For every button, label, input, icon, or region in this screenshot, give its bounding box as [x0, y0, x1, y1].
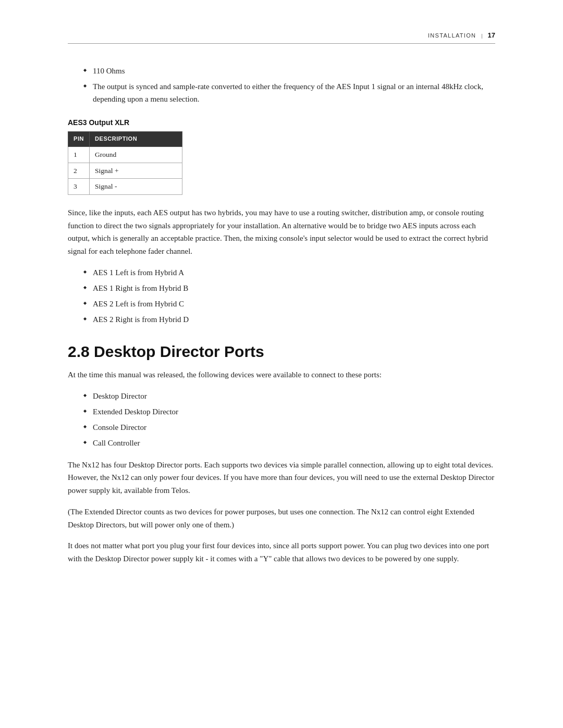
- description-cell: Ground: [90, 146, 182, 163]
- list-item: AES 1 Left is from Hybrid A: [83, 266, 495, 279]
- table-header-row: PIN DESCRIPTION: [68, 132, 182, 147]
- page: Installation | 17 110 Ohms The output is…: [0, 0, 563, 728]
- paragraph-routing: Since, like the inputs, each AES output …: [68, 206, 495, 258]
- paragraph-extended-director: (The Extended Director counts as two dev…: [68, 505, 495, 532]
- header-section-label: Installation: [428, 32, 476, 39]
- pin-cell: 1: [68, 146, 90, 163]
- table-row: 3Signal -: [68, 179, 182, 195]
- list-item: Desktop Director: [83, 390, 495, 402]
- table-row: 2Signal +: [68, 163, 182, 179]
- top-bullet-list: 110 Ohms The output is synced and sample…: [83, 65, 495, 105]
- devices-bullet-list: Desktop Director Extended Desktop Direct…: [83, 390, 495, 449]
- list-item: Extended Desktop Director: [83, 405, 495, 418]
- header-divider: |: [481, 32, 482, 39]
- col-pin-header: PIN: [68, 132, 90, 147]
- description-cell: Signal -: [90, 179, 182, 195]
- paragraph-intro: At the time this manual was released, th…: [68, 368, 495, 381]
- pin-cell: 3: [68, 179, 90, 195]
- main-content: 110 Ohms The output is synced and sample…: [68, 65, 495, 565]
- list-item: AES 1 Right is from Hybrid B: [83, 282, 495, 294]
- aes3-table-section: AES3 Output XLR PIN DESCRIPTION 1Ground2…: [68, 117, 495, 195]
- list-item: AES 2 Right is from Hybrid D: [83, 313, 495, 326]
- table-row: 1Ground: [68, 146, 182, 163]
- paragraph-port-power: It does not matter what port you plug yo…: [68, 539, 495, 565]
- header-page-number: 17: [488, 31, 495, 39]
- list-item: 110 Ohms: [83, 65, 495, 77]
- list-item: The output is synced and sample-rate con…: [83, 80, 495, 105]
- pin-table: PIN DESCRIPTION 1Ground2Signal +3Signal …: [68, 131, 182, 194]
- list-item: AES 2 Left is from Hybrid C: [83, 298, 495, 310]
- list-item: Console Director: [83, 421, 495, 434]
- paragraph-nx12-ports: The Nx12 has four Desktop Director ports…: [68, 459, 495, 497]
- page-header: Installation | 17: [68, 31, 495, 44]
- col-description-header: DESCRIPTION: [90, 132, 182, 147]
- pin-cell: 2: [68, 163, 90, 179]
- section-heading-28: 2.8 Desktop Director Ports: [68, 342, 495, 361]
- list-item: Call Controller: [83, 437, 495, 449]
- description-cell: Signal +: [90, 163, 182, 179]
- table-title: AES3 Output XLR: [68, 117, 495, 128]
- aes-bullet-list: AES 1 Left is from Hybrid A AES 1 Right …: [83, 266, 495, 326]
